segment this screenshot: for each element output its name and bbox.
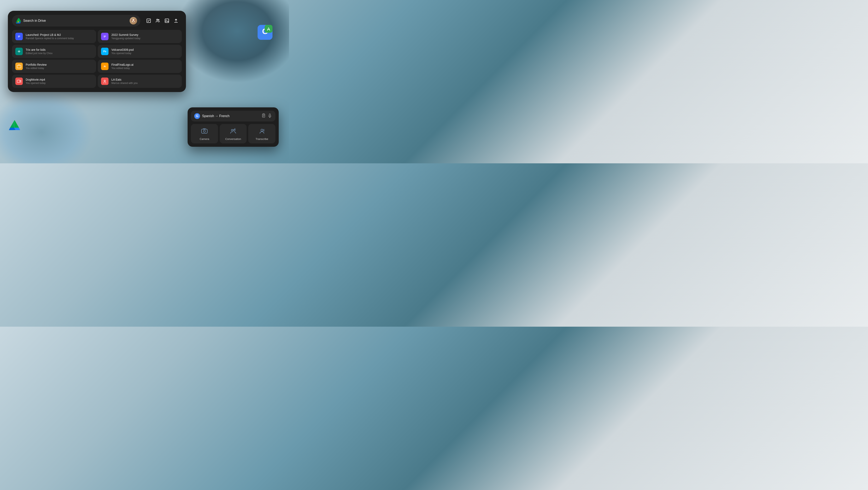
svg-text:→: →	[266, 26, 271, 32]
translate-input-row[interactable]: G Spanish → French	[191, 111, 275, 121]
svg-point-39	[231, 129, 233, 131]
portfolio-icon	[15, 63, 23, 70]
ai-icon: Ai	[101, 63, 108, 70]
transcribe-icon	[259, 128, 265, 136]
file-item-portfolio[interactable]: Portfolio Review You edited today	[12, 60, 96, 73]
svg-rect-36	[202, 129, 207, 133]
file-name-trix: Trix are for kids	[26, 48, 93, 51]
microphone-icon[interactable]	[268, 113, 272, 119]
svg-point-20	[104, 81, 105, 81]
file-name-laeats: LA Eats	[112, 78, 179, 81]
file-info-trix: Trix are for kids Edited just now by Cho…	[26, 48, 93, 55]
translate-action-icons	[261, 113, 272, 119]
image-icon[interactable]	[164, 18, 169, 23]
conversation-label: Conversation	[225, 138, 241, 141]
file-name-summit: 2022 Summit Survey	[112, 33, 179, 36]
file-meta-summit: Yangguang updated today	[112, 37, 179, 40]
svg-point-1	[157, 19, 158, 20]
file-item-summit[interactable]: 2022 Summit Survey Yangguang updated tod…	[98, 30, 182, 43]
upload-icon[interactable]	[174, 18, 179, 23]
file-name-volcano: Volcano0309.psd	[112, 48, 179, 51]
file-info-finallogo: FinalFinalLogo.ai You edited today	[112, 63, 179, 70]
drive-logo-icon	[15, 18, 21, 24]
svg-rect-18	[17, 80, 20, 83]
file-name-dogmovie: DogMovie.mp4	[26, 78, 93, 81]
svg-rect-17	[17, 65, 21, 68]
translate-widget: G Spanish → French	[188, 107, 279, 147]
file-meta-dogmovie: You opened today	[26, 82, 93, 85]
svg-text:G: G	[196, 114, 198, 118]
file-meta-finallogo: You edited today	[112, 67, 179, 70]
file-item-laeats[interactable]: LA Eats Marcus shared with you	[98, 75, 182, 88]
drive-widget: Search in Drive 🐶	[8, 11, 186, 92]
file-meta-launched: Randall Spence replied to a comment toda…	[26, 37, 93, 40]
file-name-launched: Launched: Project LB & MJ	[26, 33, 93, 36]
forms-icon	[101, 33, 108, 40]
background-blob-1	[175, 0, 289, 83]
video-icon	[15, 78, 23, 85]
search-row: Search in Drive 🐶	[12, 15, 182, 27]
camera-button[interactable]: Camera	[191, 124, 218, 143]
maps-icon	[101, 78, 108, 85]
translate-buttons: Camera Conversation	[191, 124, 275, 143]
file-info-laeats: LA Eats Marcus shared with you	[112, 78, 179, 85]
svg-point-37	[203, 130, 206, 132]
file-info-dogmovie: DogMovie.mp4 You opened today	[26, 78, 93, 85]
conversation-button[interactable]: Conversation	[220, 124, 247, 143]
file-item-trix[interactable]: Trix are for kids Edited just now by Cho…	[12, 45, 96, 58]
ps-icon: Ps	[101, 48, 108, 55]
file-item-finallogo[interactable]: Ai FinalFinalLogo.ai You edited today	[98, 60, 182, 73]
file-item-launched[interactable]: Launched: Project LB & MJ Randall Spence…	[12, 30, 96, 43]
file-meta-trix: Edited just now by Chou	[26, 52, 93, 55]
camera-label: Camera	[199, 138, 209, 141]
file-info-summit: 2022 Summit Survey Yangguang updated tod…	[112, 33, 179, 40]
camera-icon	[201, 128, 208, 136]
svg-rect-29	[263, 114, 264, 114]
file-meta-laeats: Marcus shared with you	[112, 82, 179, 85]
clipboard-icon[interactable]	[261, 113, 266, 119]
file-name-portfolio: Portfolio Review	[26, 63, 93, 66]
svg-point-2	[158, 20, 159, 21]
file-item-volcano[interactable]: Ps Volcano0309.psd You opened today	[98, 45, 182, 58]
file-info-portfolio: Portfolio Review You edited today	[26, 63, 93, 70]
toolbar-icons	[143, 18, 182, 23]
conversation-icon	[230, 128, 237, 136]
people-icon[interactable]	[155, 18, 160, 23]
sites-icon	[15, 48, 23, 55]
translate-language-pair: Spanish → French	[202, 114, 259, 118]
svg-point-41	[261, 129, 263, 131]
translate-app-icon[interactable]: G A →	[257, 25, 273, 40]
drive-standalone-logo[interactable]	[8, 120, 21, 133]
search-bar[interactable]: Search in Drive 🐶	[12, 15, 141, 27]
checkbox-icon[interactable]	[146, 18, 151, 23]
file-item-dogmovie[interactable]: DogMovie.mp4 You opened today	[12, 75, 96, 88]
user-avatar[interactable]: 🐶	[130, 17, 137, 25]
file-name-finallogo: FinalFinalLogo.ai	[112, 63, 179, 66]
file-meta-volcano: You opened today	[112, 52, 179, 55]
svg-rect-3	[165, 19, 169, 23]
svg-rect-33	[269, 114, 271, 116]
files-grid: Launched: Project LB & MJ Randall Spence…	[12, 30, 182, 88]
search-placeholder: Search in Drive	[23, 19, 128, 23]
file-info-volcano: Volcano0309.psd You opened today	[112, 48, 179, 55]
svg-point-4	[166, 20, 166, 20]
transcribe-label: Transcribe	[255, 138, 268, 141]
google-g-icon: G	[194, 113, 200, 119]
docs-icon	[15, 33, 23, 40]
file-meta-portfolio: You edited today	[26, 67, 93, 70]
file-info-launched: Launched: Project LB & MJ Randall Spence…	[26, 33, 93, 40]
transcribe-button[interactable]: Transcribe	[248, 124, 275, 143]
